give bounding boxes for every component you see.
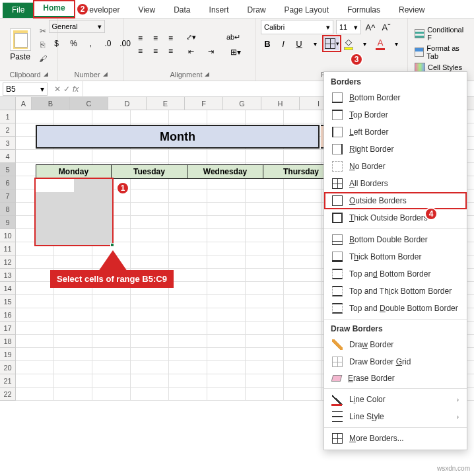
bold-button[interactable]: B: [261, 37, 274, 50]
fill-handle[interactable]: [110, 243, 114, 247]
merge-button[interactable]: ⊞▾: [224, 46, 247, 59]
inc-decimal-button[interactable]: .0: [100, 37, 116, 50]
col-header-B[interactable]: B: [32, 97, 70, 110]
col-header-H[interactable]: H: [261, 97, 300, 110]
border-menu-top-and-double-bottom-border[interactable]: Top and Double Bottom Border: [324, 300, 467, 317]
wrap-text-button[interactable]: ab↵: [224, 31, 243, 44]
row-header-15[interactable]: 15: [0, 295, 16, 308]
underline-button[interactable]: U: [292, 37, 306, 50]
orientation-button[interactable]: ⤢▾: [182, 31, 201, 44]
border-menu-draw-border-grid[interactable]: Draw Border Grid: [324, 353, 467, 370]
border-menu-top-and-thick-bottom-border[interactable]: Top and Thick Bottom Border: [324, 283, 467, 300]
row-header-13[interactable]: 13: [0, 269, 16, 282]
row-header-11[interactable]: 11: [0, 242, 16, 255]
comma-button[interactable]: ,: [83, 37, 99, 50]
row-header-19[interactable]: 19: [0, 348, 16, 361]
align-right-button[interactable]: ≡: [164, 45, 178, 57]
border-menu-line-color[interactable]: Line Color›: [324, 391, 467, 408]
currency-button[interactable]: $: [49, 37, 65, 50]
copy-button[interactable]: ⎘: [36, 39, 50, 51]
border-menu-no-border[interactable]: No Border: [324, 158, 467, 175]
row-header-18[interactable]: 18: [0, 335, 16, 348]
row-header-14[interactable]: 14: [0, 282, 16, 295]
border-menu-left-border[interactable]: Left Border: [324, 123, 467, 141]
format-painter-button[interactable]: 🖌: [36, 53, 50, 65]
col-header-E[interactable]: E: [147, 97, 185, 110]
tab-view[interactable]: View: [129, 3, 164, 18]
border-menu-bottom-double-border[interactable]: Bottom Double Border: [324, 231, 467, 248]
cut-button[interactable]: ✂: [36, 25, 50, 37]
borders-button[interactable]: ▾: [324, 37, 339, 50]
align-center-button[interactable]: ≡: [149, 45, 163, 57]
row-header-1[interactable]: 1: [0, 110, 16, 123]
select-all-corner[interactable]: [0, 97, 16, 110]
border-menu-more-borders-[interactable]: More Borders...: [324, 430, 467, 447]
col-header-D[interactable]: D: [108, 97, 147, 110]
percent-button[interactable]: %: [66, 37, 82, 50]
font-color-button[interactable]: A: [374, 37, 387, 50]
row-header-9[interactable]: 9: [0, 216, 16, 229]
conditional-formatting-button[interactable]: Conditional F: [412, 25, 470, 42]
align-left-button[interactable]: ≡: [133, 45, 148, 57]
row-header-2[interactable]: 2: [0, 123, 16, 137]
dec-indent-button[interactable]: ⇤: [182, 46, 201, 59]
alignment-launcher[interactable]: ◢: [205, 71, 209, 79]
inc-indent-button[interactable]: ⇥: [202, 46, 220, 59]
tab-insert[interactable]: Insert: [200, 3, 238, 18]
fx-icon[interactable]: fx: [73, 85, 79, 94]
border-menu-thick-outside-borders[interactable]: Thick Outside Borders: [324, 209, 467, 226]
border-menu-bottom-border[interactable]: Bottom Border: [324, 89, 467, 106]
col-header-F[interactable]: F: [185, 97, 223, 110]
format-table-button[interactable]: Format as Tab: [412, 44, 470, 61]
paste-button[interactable]: Paste: [7, 27, 34, 63]
border-menu-draw-border[interactable]: Draw Border: [324, 336, 467, 353]
italic-button[interactable]: I: [277, 37, 290, 50]
font-size-select[interactable]: 11▾: [336, 20, 361, 34]
border-menu-thick-bottom-border[interactable]: Thick Bottom Border: [324, 248, 467, 265]
align-middle-button[interactable]: ≡: [149, 32, 163, 44]
align-top-button[interactable]: ≡: [133, 32, 148, 44]
tab-data[interactable]: Data: [164, 3, 199, 18]
tab-file[interactable]: File: [3, 3, 34, 18]
dec-font-button[interactable]: Aˇ: [380, 20, 393, 34]
row-header-12[interactable]: 12: [0, 255, 16, 269]
number-format-select[interactable]: General▾: [49, 20, 105, 33]
row-header-5[interactable]: 5: [0, 163, 16, 176]
align-bottom-button[interactable]: ≡: [164, 32, 178, 44]
cancel-icon[interactable]: ✕: [54, 85, 61, 94]
tab-review[interactable]: Review: [389, 3, 434, 18]
number-launcher[interactable]: ◢: [103, 71, 108, 79]
name-box[interactable]: B5▾: [3, 83, 48, 96]
row-header-20[interactable]: 20: [0, 361, 16, 374]
row-header-17[interactable]: 17: [0, 322, 16, 335]
row-header-4[interactable]: 4: [0, 150, 16, 163]
border-menu-outside-borders[interactable]: Outside Borders: [324, 192, 467, 209]
tab-draw[interactable]: Draw: [238, 3, 275, 18]
col-header-A[interactable]: A: [16, 97, 32, 110]
font-name-select[interactable]: Calibri▾: [261, 20, 333, 34]
col-header-C[interactable]: C: [70, 97, 108, 110]
row-header-10[interactable]: 10: [0, 229, 16, 242]
row-header-8[interactable]: 8: [0, 203, 16, 216]
row-header-6[interactable]: 6: [0, 176, 16, 189]
clipboard-launcher[interactable]: ◢: [44, 71, 48, 79]
fill-color-button[interactable]: ◇: [342, 37, 355, 50]
border-menu-all-borders[interactable]: All Borders: [324, 175, 467, 192]
row-header-21[interactable]: 21: [0, 374, 16, 388]
border-menu-erase-border[interactable]: Erase Border: [324, 370, 467, 386]
row-header-7[interactable]: 7: [0, 189, 16, 203]
tab-formulas[interactable]: Formulas: [338, 3, 389, 18]
border-menu-top-and-bottom-border[interactable]: Top and Bottom Border: [324, 265, 467, 283]
row-header-16[interactable]: 16: [0, 308, 16, 322]
tab-home[interactable]: Home: [34, 1, 74, 18]
border-menu-right-border[interactable]: Right Border: [324, 141, 467, 158]
row-header-22[interactable]: 22: [0, 388, 16, 401]
col-header-G[interactable]: G: [223, 97, 261, 110]
border-menu-line-style[interactable]: Line Style›: [324, 408, 467, 425]
inc-font-button[interactable]: A^: [364, 20, 377, 34]
tab-pagelayout[interactable]: Page Layout: [275, 3, 338, 18]
border-menu-top-border[interactable]: Top Border: [324, 106, 467, 123]
row-header-3[interactable]: 3: [0, 137, 16, 150]
enter-icon[interactable]: ✓: [63, 85, 70, 94]
annotation-3: 3: [350, 53, 363, 66]
